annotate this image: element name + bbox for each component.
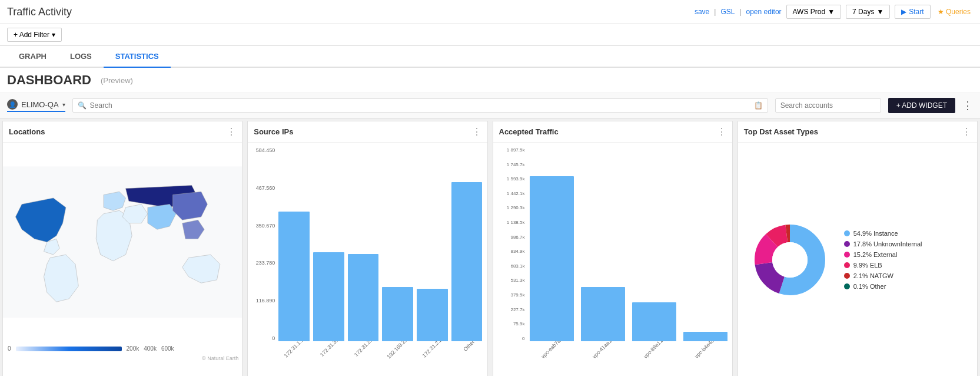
bar-4[interactable] <box>382 287 413 341</box>
legend-dot-natgw <box>844 273 850 279</box>
source-ips-widget-more-icon[interactable]: ⋮ <box>472 126 481 137</box>
accepted-traffic-widget-title: Accepted Traffic <box>499 127 559 136</box>
dashboard-subtitle: (Preview) <box>101 76 133 85</box>
accepted-traffic-widget: Accepted Traffic ⋮ 1 897.5k 1 745.7k 1 5… <box>493 121 733 376</box>
legend-dot-unknown <box>844 241 850 247</box>
chevron-down-icon: ▾ <box>52 31 55 39</box>
top-dst-asset-types-widget-header: Top Dst Asset Types ⋮ <box>738 121 977 143</box>
document-icon[interactable]: 📋 <box>754 101 763 110</box>
add-widget-button[interactable]: + ADD WIDGET <box>888 98 955 113</box>
legend-item-unknown: 17.8% UnknownInternal <box>844 240 972 248</box>
open-editor-link[interactable]: open editor <box>746 8 782 16</box>
accepted-traffic-widget-more-icon[interactable]: ⋮ <box>717 126 726 137</box>
more-options-icon[interactable]: ⋮ <box>962 99 973 112</box>
traffic-x-label-1: vpc-eab7a493 <box>540 341 567 359</box>
world-map-svg <box>3 143 242 341</box>
top-bar-right: save | GSL | open editor AWS Prod ▼ 7 Da… <box>695 5 973 19</box>
chevron-down-icon: ▼ <box>876 8 883 16</box>
legend-label-external: 15.2% External <box>853 251 898 258</box>
source-ips-widget-header: Source IPs ⋮ <box>248 121 487 143</box>
tab-logs[interactable]: LOGS <box>58 46 104 68</box>
legend-label-unknown: 17.8% UnknownInternal <box>853 240 922 248</box>
y-label-0: 584.450 <box>256 147 275 153</box>
locations-widget-header: Locations ⋮ <box>3 121 242 143</box>
x-label-3: 172.31.2.35 <box>353 341 377 358</box>
legend-item-other: 0.1% Other <box>844 283 972 290</box>
source-ips-widget-body: 584.450 467.560 350.670 233.780 116.890 … <box>248 143 487 376</box>
traffic-bar-3[interactable] <box>632 302 676 341</box>
start-button[interactable]: ▶ Start <box>895 5 930 19</box>
accepted-traffic-widget-header: Accepted Traffic ⋮ <box>493 121 732 143</box>
top-bar: Traffic Activity save | GSL | open edito… <box>0 0 980 24</box>
traffic-bar-1[interactable] <box>530 176 574 341</box>
gsl-link[interactable]: GSL <box>720 8 735 16</box>
queries-button[interactable]: ★ Queries <box>935 5 973 18</box>
search-accounts-input[interactable] <box>775 98 881 113</box>
dashboard-header: DASHBOARD (Preview) <box>0 68 980 93</box>
traffic-x-label-4: vpc-b4e480cc <box>693 341 721 359</box>
traffic-x-label-3: vpc-89e113ec <box>642 341 670 359</box>
legend-600k: 600k <box>161 345 174 352</box>
legend-label-elb: 9.9% ELB <box>853 262 882 269</box>
traffic-x-label-2: vpc-41aa1425 <box>591 341 619 359</box>
map-copyright: © Natural Earth <box>3 354 242 362</box>
add-filter-button[interactable]: + Add Filter ▾ <box>7 28 62 42</box>
star-icon: ★ <box>938 8 944 16</box>
x-label-5: 172.31.2.252 <box>421 341 447 359</box>
save-link[interactable]: save <box>695 8 709 16</box>
env-dropdown[interactable]: AWS Prod ▼ <box>786 5 841 19</box>
y-label-1: 467.560 <box>256 185 275 191</box>
account-selector[interactable]: 👤 ELIMO-QA ▾ <box>7 99 65 112</box>
legend-200k: 200k <box>127 345 139 352</box>
top-dst-asset-types-widget-body: 54.9% Instance 17.8% UnknownInternal 15.… <box>738 143 977 376</box>
dashboard-controls: 👤 ELIMO-QA ▾ 🔍 📋 + ADD WIDGET ⋮ <box>0 93 980 118</box>
search-input[interactable] <box>90 101 750 110</box>
bar-3[interactable] <box>348 254 379 341</box>
locations-widget-title: Locations <box>9 127 45 136</box>
account-name: ELIMO-QA <box>21 100 59 109</box>
locations-widget-more-icon[interactable]: ⋮ <box>227 126 236 137</box>
top-dst-asset-types-widget-more-icon[interactable]: ⋮ <box>962 126 971 137</box>
donut-chart-svg <box>743 213 837 307</box>
legend-dot-instance <box>844 230 850 236</box>
y-label-5: 0 <box>272 335 275 341</box>
legend-item-elb: 9.9% ELB <box>844 262 972 269</box>
legend-item-instance: 54.9% Instance <box>844 230 972 237</box>
legend-dot-other <box>844 283 850 289</box>
donut-container: 54.9% Instance 17.8% UnknownInternal 15.… <box>738 143 977 376</box>
tab-statistics[interactable]: STATISTICS <box>104 46 171 68</box>
bar-1[interactable] <box>278 212 310 341</box>
toolbar: + Add Filter ▾ <box>0 24 980 46</box>
x-label-6: Other <box>462 341 476 352</box>
search-box: 🔍 📋 <box>72 98 768 113</box>
legend-dot-external <box>844 252 850 258</box>
timerange-dropdown[interactable]: 7 Days ▼ <box>846 5 890 19</box>
svg-point-7 <box>772 242 808 278</box>
account-icon: 👤 <box>7 99 18 110</box>
locations-widget: Locations ⋮ <box>2 121 242 376</box>
source-ips-widget-title: Source IPs <box>254 127 293 136</box>
x-label-2: 172.31.3.79 <box>318 341 343 358</box>
bar-5[interactable] <box>417 289 448 341</box>
legend-dot-elb <box>844 262 850 268</box>
traffic-bar-4[interactable] <box>683 332 727 341</box>
tab-graph[interactable]: GRAPH <box>7 46 58 68</box>
legend-label-instance: 54.9% Instance <box>853 230 898 237</box>
x-label-1: 172.31.1.168 <box>283 341 309 359</box>
locations-widget-body: 0 200k 400k 600k © Natural Earth <box>3 143 242 376</box>
y-label-2: 350.670 <box>256 223 275 229</box>
top-dst-asset-types-widget: Top Dst Asset Types ⋮ <box>738 121 978 376</box>
x-label-4: 192.168.2.201 <box>386 341 413 359</box>
account-chevron-icon: ▾ <box>62 101 65 108</box>
legend-item-natgw: 2.1% NATGW <box>844 272 972 279</box>
source-ips-widget: Source IPs ⋮ 584.450 467.560 350.670 233… <box>247 121 487 376</box>
search-icon: 🔍 <box>78 101 87 110</box>
chevron-down-icon: ▼ <box>828 8 835 16</box>
bar-2[interactable] <box>313 252 344 341</box>
donut-legend: 54.9% Instance 17.8% UnknownInternal 15.… <box>837 230 972 290</box>
bar-6[interactable] <box>451 182 483 341</box>
legend-item-external: 15.2% External <box>844 251 972 258</box>
traffic-bar-2[interactable] <box>581 287 625 341</box>
legend-min: 0 <box>8 345 11 352</box>
map-legend-bar <box>16 347 122 351</box>
